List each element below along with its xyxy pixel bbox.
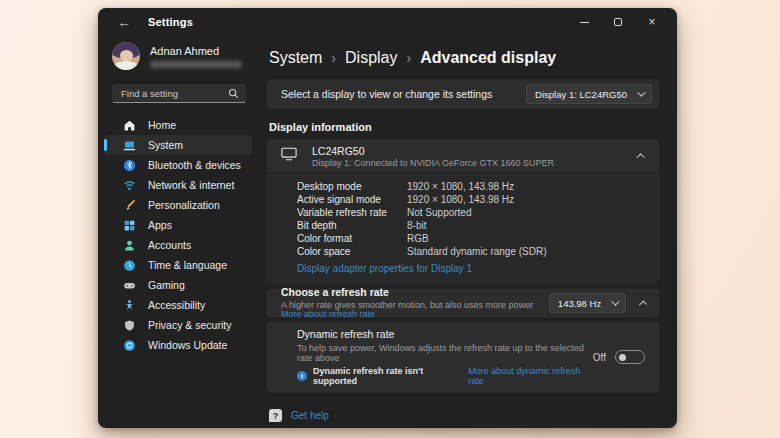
window-controls: × [567,10,669,34]
chevron-up-icon [636,153,644,161]
back-button[interactable]: ← [112,13,136,31]
breadcrumb-separator-icon: › [331,50,336,66]
toggle-knob [619,354,626,361]
detail-row: Bit depth8-bit [297,219,645,232]
toggle-state-label: Off [593,352,606,363]
accessibility-icon [122,298,136,312]
gaming-icon [122,278,136,292]
get-help-link[interactable]: Get help [291,410,329,421]
network-icon [122,178,136,192]
close-button[interactable]: × [635,10,669,34]
dynamic-refresh-toggle[interactable] [615,350,645,364]
accounts-icon [122,238,136,252]
apps-icon [122,218,136,232]
bluetooth-icon [122,158,136,172]
get-help[interactable]: ? Get help [269,409,660,422]
detail-row: Color formatRGB [297,232,645,245]
sidebar-item-accounts[interactable]: Accounts [104,235,252,255]
refresh-rate-subtitle: A higher rate gives smoother motion, but… [281,301,549,319]
sidebar-item-privacy-security[interactable]: Privacy & security [104,315,252,335]
titlebar: ← Settings × [98,8,677,36]
windows-update-icon [122,338,136,352]
sidebar-item-apps[interactable]: Apps [104,215,252,235]
display-information-heading: Display information [269,121,660,133]
display-device-name: LC24RG50 [312,145,554,157]
chevron-down-icon [637,88,645,96]
info-icon: i [297,371,307,381]
detail-row: Active signal mode1920 × 1080, 143.98 Hz [297,193,645,206]
help-icon: ? [269,409,282,422]
detail-row: Desktop mode1920 × 1080, 143.98 Hz [297,180,645,193]
search-input[interactable] [121,88,228,99]
sidebar-item-system[interactable]: System [104,135,252,155]
sidebar-item-accessibility[interactable]: Accessibility [104,295,252,315]
back-icon: ← [118,15,131,30]
display-info-header[interactable]: LC24RG50 Display 1: Connected to NVIDIA … [267,140,659,172]
more-about-dynamic-refresh-link[interactable]: More about dynamic refresh rate [468,366,593,386]
breadcrumb-display[interactable]: Display [345,49,397,67]
minimize-button[interactable] [567,10,601,34]
refresh-rate-dropdown[interactable]: 143.98 Hz [549,293,626,313]
display-information-card: LC24RG50 Display 1: Connected to NVIDIA … [266,139,660,284]
chevron-up-icon[interactable] [639,301,647,309]
page-title: Advanced display [420,49,556,67]
dynamic-refresh-title: Dynamic refresh rate [297,328,593,340]
dynamic-refresh-description: To help save power, Windows adjusts the … [297,343,593,363]
display-device-subtitle: Display 1: Connected to NVIDIA GeForce G… [312,158,554,168]
sidebar-item-time-language[interactable]: Time & language [104,255,252,275]
detail-row: Color spaceStandard dynamic range (SDR) [297,245,645,258]
time-language-icon [122,258,136,272]
system-icon [122,138,136,152]
main-content: System › Display › Advanced display Sele… [258,36,677,428]
sidebar-item-personalization[interactable]: Personalization [104,195,252,215]
sidebar-item-network-internet[interactable]: Network & internet [104,175,252,195]
select-display-label: Select a display to view or change its s… [281,88,492,100]
breadcrumb-separator-icon: › [406,50,411,66]
chevron-down-icon [611,297,619,305]
close-icon: × [648,15,655,29]
user-profile[interactable]: Adnan Ahmed [98,38,258,76]
personalization-icon [122,198,136,212]
detail-row: Variable refresh rateNot Supported [297,206,645,219]
more-about-refresh-rate-link[interactable]: More about refresh rate [281,309,375,319]
refresh-rate-card: Choose a refresh rate A higher rate give… [266,288,660,318]
sidebar-nav: Home System Bluetooth & devices Network … [98,115,258,355]
sidebar-item-home[interactable]: Home [104,115,252,135]
maximize-icon [614,18,622,26]
sidebar-item-bluetooth-devices[interactable]: Bluetooth & devices [104,155,252,175]
sidebar-item-windows-update[interactable]: Windows Update [104,335,252,355]
avatar [112,42,140,70]
monitor-icon [281,147,299,165]
settings-window: ← Settings × Adnan Ahmed [98,8,677,428]
display-adapter-properties-link[interactable]: Display adapter properties for Display 1 [297,263,472,274]
search-box[interactable] [112,84,246,103]
display-select-dropdown[interactable]: Display 1: LC24RG50 [526,84,652,104]
minimize-icon [580,22,589,23]
sidebar-item-gaming[interactable]: Gaming [104,275,252,295]
privacy-shield-icon [122,318,136,332]
select-display-card: Select a display to view or change its s… [266,79,660,109]
display-info-details: Desktop mode1920 × 1080, 143.98 Hz Activ… [267,172,659,283]
user-name: Adnan Ahmed [150,45,242,57]
dynamic-refresh-card: Dynamic refresh rate To help save power,… [266,321,660,393]
home-icon [122,118,136,132]
breadcrumb: System › Display › Advanced display [266,46,660,70]
search-icon [228,88,239,99]
sidebar: Adnan Ahmed Home System [98,36,258,428]
maximize-button[interactable] [601,10,635,34]
breadcrumb-system[interactable]: System [269,49,322,67]
user-email-redacted [150,61,242,68]
dynamic-refresh-note: i Dynamic refresh rate isn't supported M… [297,366,593,386]
refresh-rate-title: Choose a refresh rate [281,287,549,298]
window-title: Settings [148,16,193,28]
